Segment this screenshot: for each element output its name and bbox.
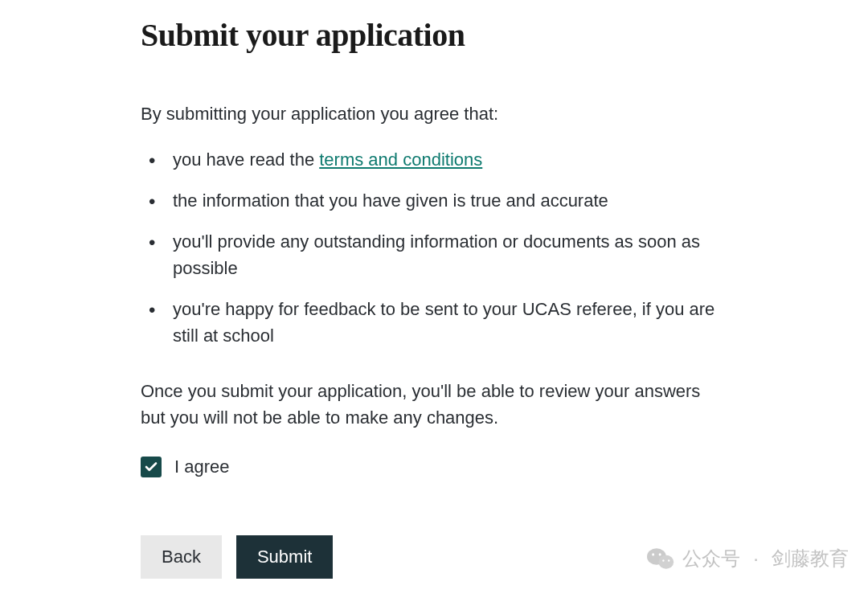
submit-button[interactable]: Submit xyxy=(236,535,333,579)
watermark-source: 剑藤教育 xyxy=(772,546,849,571)
terms-link[interactable]: terms and conditions xyxy=(319,149,482,170)
post-submit-text: Once you submit your application, you'll… xyxy=(141,378,727,431)
svg-point-3 xyxy=(659,553,661,555)
svg-point-5 xyxy=(668,559,669,561)
intro-text: By submitting your application you agree… xyxy=(141,100,727,127)
watermark-separator: · xyxy=(753,547,759,570)
wechat-icon xyxy=(647,547,674,571)
watermark: 公众号 · 剑藤教育 xyxy=(647,546,849,571)
checkmark-icon xyxy=(144,460,158,474)
agree-checkbox-row: I agree xyxy=(141,457,727,477)
agreement-list: you have read the terms and conditions t… xyxy=(141,146,727,349)
bullet-text-prefix: you have read the xyxy=(173,149,319,170)
agree-checkbox[interactable] xyxy=(141,457,162,477)
back-button[interactable]: Back xyxy=(141,535,222,579)
list-item: you'll provide any outstanding informati… xyxy=(141,228,727,281)
agree-label: I agree xyxy=(174,457,230,477)
svg-point-1 xyxy=(659,555,674,569)
list-item: the information that you have given is t… xyxy=(141,187,727,214)
list-item: you're happy for feedback to be sent to … xyxy=(141,296,727,349)
list-item: you have read the terms and conditions xyxy=(141,146,727,173)
watermark-label: 公众号 xyxy=(682,546,740,571)
button-row: Back Submit xyxy=(141,535,727,579)
page-title: Submit your application xyxy=(141,16,727,54)
svg-point-2 xyxy=(652,553,654,555)
svg-point-4 xyxy=(663,559,665,561)
